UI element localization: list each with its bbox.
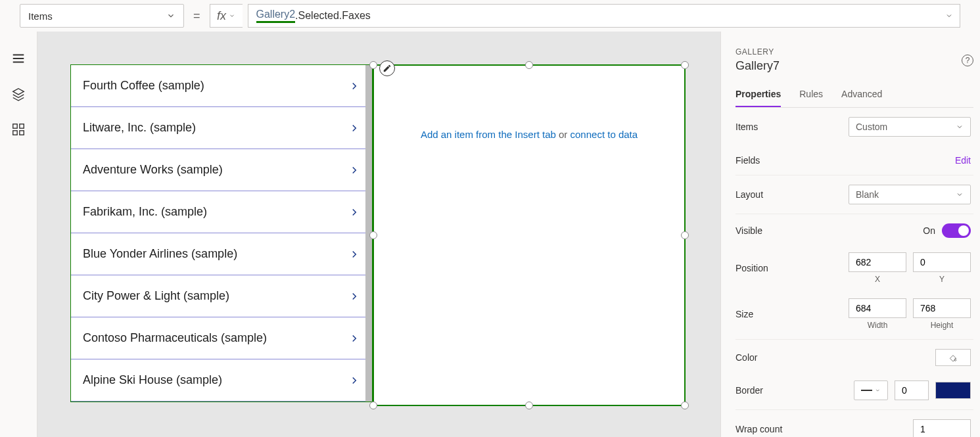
prop-layout-label: Layout [735, 189, 763, 200]
svg-rect-0 [13, 124, 17, 128]
prop-color-label: Color [735, 352, 757, 363]
prop-fields-label: Fields [735, 155, 760, 166]
resize-handle[interactable] [369, 402, 377, 409]
list-item[interactable]: Litware, Inc. (sample) [71, 107, 372, 149]
prop-items-row: Items Custom [735, 108, 973, 146]
prop-wrap-label: Wrap count [735, 424, 782, 434]
panel-type-label: GALLERY [735, 47, 780, 57]
chevron-right-icon[interactable] [348, 333, 360, 344]
chevron-right-icon[interactable] [348, 375, 360, 386]
chevron-right-icon[interactable] [348, 122, 360, 134]
chevron-down-icon [166, 11, 175, 20]
items-dropdown[interactable]: Custom [849, 117, 971, 137]
resize-handle[interactable] [681, 402, 689, 409]
stage: Fourth Coffee (sample)Litware, Inc. (sam… [70, 64, 373, 402]
hamburger-icon[interactable] [11, 51, 26, 66]
chevron-right-icon[interactable] [348, 164, 360, 176]
layout-dropdown[interactable]: Blank [849, 185, 971, 204]
gallery7-empty-state: Add an item from the Insert tab or conne… [374, 66, 684, 140]
chevron-right-icon[interactable] [348, 290, 360, 302]
border-color-swatch[interactable] [935, 382, 971, 399]
size-height-input[interactable] [913, 298, 971, 318]
list-item-label: Adventure Works (sample) [83, 163, 223, 177]
tab-advanced[interactable]: Advanced [841, 89, 882, 107]
empty-or-text: or [556, 129, 571, 140]
tab-properties[interactable]: Properties [735, 89, 781, 107]
border-line-icon [861, 390, 872, 391]
color-swatch[interactable] [935, 349, 971, 366]
layers-icon[interactable] [11, 87, 26, 101]
svg-rect-2 [13, 131, 17, 135]
visible-toggle[interactable]: On [923, 223, 971, 238]
gallery7[interactable]: Add an item from the Insert tab or conne… [373, 64, 686, 406]
resize-handle[interactable] [525, 402, 533, 409]
fx-label: fx [217, 9, 226, 23]
chevron-right-icon[interactable] [348, 206, 360, 218]
pencil-icon [383, 64, 392, 73]
list-item[interactable]: Fabrikam, Inc. (sample) [71, 191, 372, 233]
prop-border-row: Border [735, 371, 973, 410]
gallery2[interactable]: Fourth Coffee (sample)Litware, Inc. (sam… [70, 64, 373, 402]
list-item[interactable]: City Power & Light (sample) [71, 275, 372, 317]
prop-items-label: Items [735, 122, 758, 132]
border-width-input[interactable] [895, 380, 929, 400]
list-item-label: Litware, Inc. (sample) [83, 121, 196, 135]
connect-data-link[interactable]: connect to data [571, 129, 638, 140]
svg-rect-3 [20, 131, 24, 135]
resize-handle[interactable] [681, 61, 689, 69]
insert-tab-link[interactable]: Add an item from the Insert tab [421, 129, 556, 140]
prop-layout-row: Layout Blank [735, 175, 973, 214]
list-item-label: City Power & Light (sample) [83, 289, 229, 303]
formula-token-gallery2: Gallery2 [256, 9, 296, 23]
position-y-input[interactable] [913, 252, 971, 272]
panel-element-name: Gallery7 [735, 59, 780, 73]
fill-bucket-icon [948, 352, 958, 363]
chevron-down-icon[interactable] [945, 12, 953, 20]
prop-fields-row: Fields Edit [735, 146, 973, 175]
prop-visible-label: Visible [735, 225, 762, 236]
canvas[interactable]: Fourth Coffee (sample)Litware, Inc. (sam… [37, 32, 720, 437]
formula-input[interactable]: Gallery2.Selected.Faxes [248, 4, 960, 28]
size-width-input[interactable] [849, 298, 906, 318]
resize-handle[interactable] [525, 61, 533, 69]
prop-border-label: Border [735, 385, 763, 396]
fx-button[interactable]: fx [210, 4, 243, 28]
height-sublabel: Height [931, 321, 954, 330]
chevron-right-icon[interactable] [348, 80, 360, 92]
list-item-label: Fabrikam, Inc. (sample) [83, 205, 207, 219]
property-dropdown-label: Items [28, 11, 53, 22]
property-panel: GALLERY Gallery7 ? Properties Rules Adva… [720, 32, 980, 437]
wrap-count-input[interactable] [913, 419, 971, 437]
list-item-label: Alpine Ski House (sample) [83, 373, 222, 387]
panel-tabs: Properties Rules Advanced [735, 89, 973, 108]
resize-handle[interactable] [369, 61, 377, 69]
list-item[interactable]: Adventure Works (sample) [71, 149, 372, 191]
prop-size-row: Size Width Height [735, 289, 973, 340]
position-x-input[interactable] [849, 252, 906, 272]
list-item[interactable]: Alpine Ski House (sample) [71, 359, 372, 402]
resize-handle[interactable] [681, 231, 689, 239]
svg-rect-1 [20, 124, 24, 128]
property-dropdown[interactable]: Items [20, 4, 184, 28]
fields-edit-link[interactable]: Edit [955, 155, 971, 166]
apps-icon[interactable] [11, 122, 26, 137]
chevron-down-icon [875, 387, 881, 394]
prop-wrap-row: Wrap count [735, 410, 973, 437]
border-style-dropdown[interactable] [854, 380, 888, 400]
list-item[interactable]: Blue Yonder Airlines (sample) [71, 233, 372, 275]
tab-rules[interactable]: Rules [799, 89, 823, 107]
chevron-down-icon [956, 123, 964, 131]
formula-token-rest: .Selected.Faxes [295, 10, 371, 22]
formula-bar: Items = fx Gallery2.Selected.Faxes [0, 0, 980, 32]
prop-color-row: Color [735, 340, 973, 371]
chevron-down-icon [956, 191, 964, 198]
list-item-label: Blue Yonder Airlines (sample) [83, 247, 237, 261]
help-button[interactable]: ? [962, 55, 973, 66]
chevron-right-icon[interactable] [348, 248, 360, 260]
list-item-label: Contoso Pharmaceuticals (sample) [83, 331, 267, 345]
edit-pencil-button[interactable] [379, 60, 395, 76]
chevron-down-icon [229, 12, 235, 19]
list-item[interactable]: Fourth Coffee (sample) [71, 65, 372, 107]
resize-handle[interactable] [369, 231, 377, 239]
list-item[interactable]: Contoso Pharmaceuticals (sample) [71, 317, 372, 359]
